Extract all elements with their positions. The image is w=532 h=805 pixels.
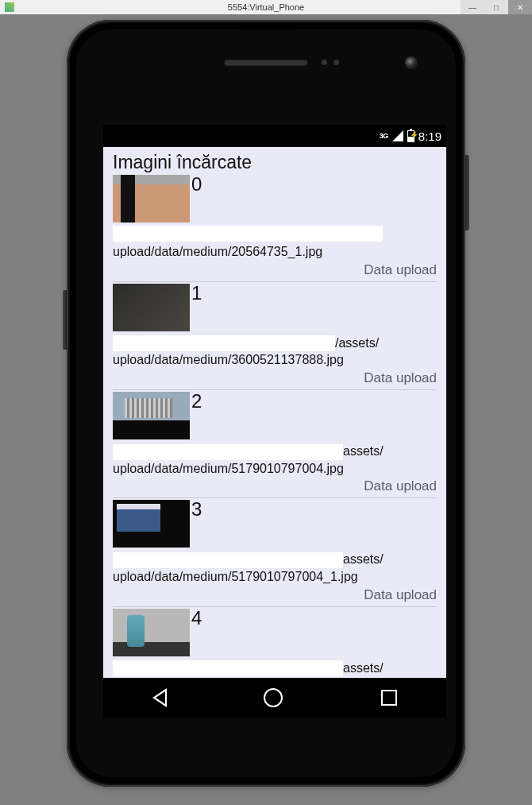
status-bar-clock: 8:19 xyxy=(418,130,441,143)
item-index: 2 xyxy=(191,392,202,411)
sensor-cluster xyxy=(322,60,339,65)
list-item[interactable]: 2 assets/ upload/data/medium/51790107970… xyxy=(113,392,437,498)
thumbnail-image[interactable] xyxy=(113,392,190,439)
page-title: Imagini încărcate xyxy=(103,147,446,175)
item-index: 1 xyxy=(191,284,202,303)
emulator-window-titlebar: 5554:Virtual_Phone — □ ✕ xyxy=(0,0,532,14)
list-item[interactable]: 1 /assets/ upload/data/medium/3600521137… xyxy=(113,284,437,390)
item-index: 4 xyxy=(191,609,202,628)
nav-home-button[interactable] xyxy=(264,688,283,707)
upload-list[interactable]: 0 upload/data/medium/20564735_1.jpg Data… xyxy=(103,175,446,679)
volume-button[interactable] xyxy=(63,290,67,350)
item-status: Data upload xyxy=(113,369,437,386)
network-type-icon: 3G xyxy=(380,132,388,140)
list-item[interactable]: 0 upload/data/medium/20564735_1.jpg Data… xyxy=(113,175,437,282)
item-url: /assets/ upload/data/medium/360052113788… xyxy=(113,335,437,369)
battery-icon: ⚡ xyxy=(407,130,414,142)
item-url: assets/ upload/data/medium/5179010797004… xyxy=(113,443,437,477)
window-controls: — □ ✕ xyxy=(461,0,532,14)
phone-frame: 3G ⚡ 8:19 Imagini încărcate 0 uplo xyxy=(67,20,465,787)
thumbnail-image[interactable] xyxy=(113,500,190,548)
item-index: 3 xyxy=(191,500,202,519)
list-item[interactable]: 4 assets/ xyxy=(113,609,437,680)
status-bar[interactable]: 3G ⚡ 8:19 xyxy=(103,125,446,147)
maximize-button[interactable]: □ xyxy=(484,0,508,14)
item-url: assets/ xyxy=(113,660,437,677)
speaker-grille xyxy=(225,60,308,66)
item-status: Data upload xyxy=(113,261,437,278)
window-title: 5554:Virtual_Phone xyxy=(228,2,304,12)
list-item[interactable]: 3 assets/ upload/data/medium/51790107970… xyxy=(113,500,437,606)
thumbnail-image[interactable] xyxy=(113,284,190,331)
close-button[interactable]: ✕ xyxy=(508,0,532,14)
power-button[interactable] xyxy=(465,155,469,230)
minimize-button[interactable]: — xyxy=(461,0,484,14)
nav-recent-button[interactable] xyxy=(381,690,397,706)
item-url: upload/data/medium/20564735_1.jpg xyxy=(113,226,437,261)
device-screen: 3G ⚡ 8:19 Imagini încărcate 0 uplo xyxy=(103,125,446,709)
thumbnail-image[interactable] xyxy=(113,609,190,656)
item-index: 0 xyxy=(191,175,202,194)
signal-icon xyxy=(392,130,403,141)
item-status: Data upload xyxy=(113,586,437,603)
window-icon xyxy=(5,2,14,12)
thumbnail-image[interactable] xyxy=(113,175,190,223)
app-content[interactable]: Imagini încărcate 0 upload/data/medium/2… xyxy=(103,147,446,709)
nav-back-button[interactable] xyxy=(152,688,165,707)
item-status: Data upload xyxy=(113,477,437,494)
item-url: assets/ upload/data/medium/5179010797004… xyxy=(113,551,437,585)
phone-bezel: 3G ⚡ 8:19 Imagini încărcate 0 uplo xyxy=(76,29,456,777)
navigation-bar xyxy=(103,678,446,718)
front-camera xyxy=(405,56,418,69)
